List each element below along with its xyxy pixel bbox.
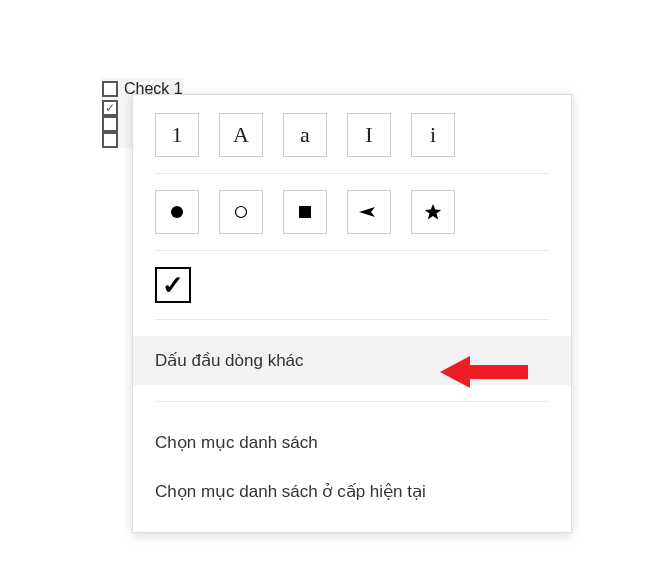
arrow-icon — [359, 206, 379, 218]
menu-other-bullet[interactable]: Dấu đầu dòng khác — [133, 336, 571, 385]
bullet-option-1[interactable]: 1 — [155, 113, 199, 157]
bullet-option-upper-i[interactable]: I — [347, 113, 391, 157]
bullet-label: a — [300, 122, 310, 148]
divider — [155, 401, 549, 402]
divider — [155, 319, 549, 320]
menu-label: Chọn mục danh sách — [155, 433, 318, 452]
checkbox-unchecked-icon — [102, 132, 118, 148]
divider — [155, 250, 549, 251]
checkbox-checked-icon: ✓ — [102, 100, 118, 116]
menu-select-list-item-current[interactable]: Chọn mục danh sách ở cấp hiện tại — [133, 467, 571, 516]
bullet-option-lower-i[interactable]: i — [411, 113, 455, 157]
shape-bullet-row — [133, 190, 571, 234]
svg-point-0 — [171, 206, 183, 218]
bullet-option-lower-a[interactable]: a — [283, 113, 327, 157]
menu-label: Dấu đầu dòng khác — [155, 351, 304, 370]
bullet-label: i — [430, 122, 436, 148]
square-icon — [299, 206, 311, 218]
bullet-option-circle[interactable] — [219, 190, 263, 234]
menu-select-list-item[interactable]: Chọn mục danh sách — [133, 418, 571, 467]
checkbox-unchecked-icon — [102, 116, 118, 132]
bullet-label: A — [233, 122, 249, 148]
bullet-option-upper-a[interactable]: A — [219, 113, 263, 157]
svg-point-1 — [236, 207, 247, 218]
bullet-option-square[interactable] — [283, 190, 327, 234]
bullet-label: I — [365, 122, 372, 148]
bullet-option-arrow[interactable] — [347, 190, 391, 234]
svg-marker-3 — [359, 207, 375, 217]
bullet-option-star[interactable] — [411, 190, 455, 234]
bullet-label: 1 — [172, 122, 183, 148]
disc-icon — [170, 205, 184, 219]
menu-label: Chọn mục danh sách ở cấp hiện tại — [155, 482, 426, 501]
bullet-style-popup: 1 A a I i ✓ Dấu đầu dòng khác C — [132, 94, 572, 533]
checkmark-icon: ✓ — [162, 270, 184, 301]
star-icon — [424, 203, 442, 221]
svg-marker-4 — [425, 204, 441, 219]
circle-icon — [234, 205, 248, 219]
divider — [155, 173, 549, 174]
checkmark-row: ✓ — [133, 267, 571, 303]
number-bullet-row: 1 A a I i — [133, 113, 571, 157]
svg-rect-2 — [299, 206, 311, 218]
bullet-option-disc[interactable] — [155, 190, 199, 234]
checkbox-unchecked-icon — [102, 81, 118, 97]
bullet-option-checkbox[interactable]: ✓ — [155, 267, 191, 303]
